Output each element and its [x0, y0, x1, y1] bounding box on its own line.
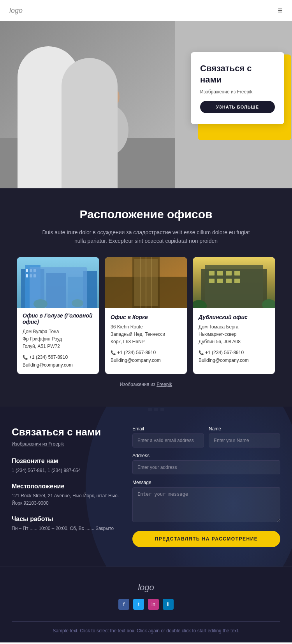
svg-point-5 [90, 105, 128, 155]
submit-button[interactable]: ПРЕДСТАВЛЯТЬ НА РАССМОТРЕНИЕ [132, 531, 280, 547]
office-2-email: Building@company.com [111, 358, 181, 363]
svg-rect-41 [217, 279, 223, 283]
contact-phone-block: Позвоните нам 1 (234) 567-891, 1 (234) 9… [12, 458, 121, 474]
form-row-1: Email Name [132, 426, 280, 447]
svg-rect-40 [209, 279, 215, 283]
office-1-address: Дом Вулфа ТонаФр Гриффин РоудГолуй, A51 … [23, 328, 93, 351]
footer-logo: logo [12, 583, 280, 593]
contact-left-panel: Связаться с нами Изображения из Freepik … [12, 426, 121, 547]
footer-bottom-text: Sample text. Click to select the text bo… [12, 627, 280, 635]
contact-hours-block: Часы работы Пн – Пт ...... 10:00 – 20:00… [12, 516, 121, 532]
hero-section: Связаться с нами Изображение из Freepik … [0, 21, 292, 188]
office-building-svg-1 [17, 257, 99, 308]
office-image-1 [17, 257, 99, 308]
office-2-phone: +1 (234) 567-8910 [111, 349, 181, 356]
contact-location-block: Местоположение 121 Rock Street, 21 Avenu… [12, 483, 121, 507]
svg-rect-18 [30, 269, 32, 272]
contact-phone-title: Позвоните нам [12, 458, 121, 465]
contact-location-address: 121 Rock Street, 21 Avenue, Нью-Йорк, шт… [12, 492, 121, 507]
svg-rect-38 [226, 271, 232, 275]
contact-form: Email Name Address Message [132, 426, 280, 547]
email-input[interactable] [132, 433, 204, 447]
logo: logo [9, 7, 23, 15]
form-message-group: Message [132, 480, 280, 524]
office-building-svg-2 [105, 257, 187, 308]
email-label: Email [132, 426, 204, 432]
office-1-email: Building@company.com [23, 362, 93, 368]
office-1-phone: +1 (234) 567-8910 [23, 353, 93, 361]
hero-card-title: Связаться с нами [200, 63, 275, 85]
svg-rect-36 [209, 271, 215, 275]
message-input[interactable] [132, 487, 280, 522]
form-email-group: Email [132, 426, 204, 447]
footer: logo f t in li Sample text. Click to sel… [0, 567, 292, 642]
twitter-icon[interactable]: t [133, 599, 144, 610]
hero-info-card: Связаться с нами Изображение из Freepik … [191, 52, 284, 124]
svg-rect-21 [30, 274, 32, 277]
svg-rect-43 [234, 279, 240, 283]
hero-image [0, 21, 175, 188]
office-building-svg-3 [193, 257, 275, 308]
contact-title: Связаться с нами [12, 426, 121, 438]
office-image-2 [105, 257, 187, 309]
svg-rect-14 [46, 273, 66, 308]
contact-hours-text: Пн – Пт ...... 10:00 – 20:00, Сб, Вс ...… [12, 525, 121, 532]
office-card-2-body: Офис в Корке 36 Kiehn RouteЗападный Нед,… [105, 309, 187, 363]
header: logo ≡ [0, 0, 292, 21]
office-2-title: Офис в Корке [111, 314, 181, 320]
svg-rect-42 [226, 279, 232, 283]
hero-svg [0, 21, 175, 188]
contact-inner: Связаться с нами Изображения из Freepik … [12, 426, 280, 547]
address-label: Address [132, 453, 280, 458]
hero-learn-more-button[interactable]: УЗНАТЬ БОЛЬШЕ [200, 101, 275, 113]
svg-rect-20 [26, 274, 28, 277]
office-card-2: Офис в Корке 36 Kiehn RouteЗападный Нед,… [105, 257, 187, 374]
office-image-3 [193, 257, 275, 309]
linkedin-icon[interactable]: li [163, 599, 174, 610]
offices-description: Duis aute irure dolor в осуждении за сла… [37, 228, 255, 246]
svg-point-6 [95, 84, 120, 109]
address-input[interactable] [132, 460, 280, 474]
svg-point-23 [33, 299, 47, 308]
svg-rect-22 [33, 274, 36, 277]
svg-point-4 [37, 75, 64, 103]
contact-section: Связаться с нами Изображения из Freepik … [0, 407, 292, 567]
hamburger-menu[interactable]: ≡ [278, 5, 283, 16]
offices-attribution: Изображения из Freepik [12, 382, 280, 387]
office-3-title: Дублинский офис [199, 314, 269, 320]
svg-rect-12 [21, 269, 44, 308]
name-input[interactable] [209, 433, 280, 447]
name-label: Name [209, 426, 280, 432]
svg-rect-7 [23, 140, 86, 179]
office-1-title: Офис в Голузе (Головной офис) [23, 312, 93, 325]
office-card-3-body: Дублинский офис Дом Томаса БергаНьюмарке… [193, 309, 275, 363]
offices-cards-container: Офис в Голузе (Головной офис) Дом Вулфа … [12, 257, 280, 374]
office-card-1-body: Офис в Голузе (Головной офис) Дом Вулфа … [17, 308, 99, 368]
contact-attribution[interactable]: Изображения из Freepik [12, 441, 121, 447]
form-address-group: Address [132, 453, 280, 474]
form-row-2: Address [132, 453, 280, 474]
svg-rect-19 [33, 269, 36, 272]
offices-section: Расположение офисов Duis aute irure dolo… [0, 188, 292, 407]
form-name-group: Name [209, 426, 280, 447]
svg-rect-52 [154, 408, 158, 411]
svg-rect-37 [217, 271, 223, 275]
hero-attribution: Изображение из Freepik [200, 89, 275, 95]
svg-rect-9 [31, 147, 70, 148]
svg-rect-16 [83, 271, 97, 308]
svg-rect-53 [160, 408, 164, 411]
instagram-icon[interactable]: in [148, 599, 159, 610]
svg-rect-51 [148, 408, 152, 411]
svg-rect-17 [26, 269, 28, 272]
svg-point-3 [29, 95, 72, 149]
office-3-email: Building@company.com [199, 358, 269, 363]
message-label: Message [132, 480, 280, 485]
contact-hours-title: Часы работы [12, 516, 121, 523]
office-card-3: Дублинский офис Дом Томаса БергаНьюмарке… [193, 257, 275, 374]
office-3-address: Дом Томаса БергаНьюмаркет-скверДублин 56… [199, 323, 269, 346]
social-icons: f t in li [12, 599, 280, 610]
office-3-phone: +1 (234) 567-8910 [199, 349, 269, 356]
svg-point-24 [72, 299, 83, 307]
office-2-address: 36 Kiehn RouteЗападный Нед, ТеннессиКорк… [111, 323, 181, 346]
facebook-icon[interactable]: f [118, 599, 129, 610]
